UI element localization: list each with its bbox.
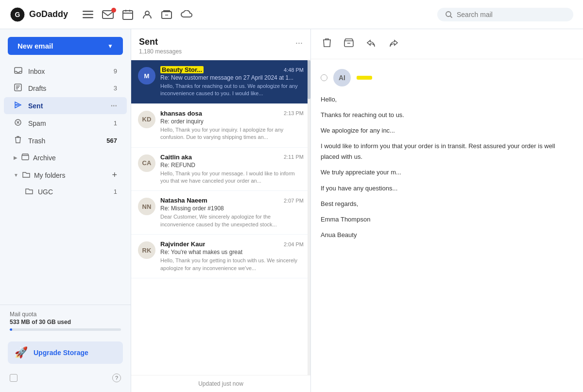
- quota-used: 533 MB of 30 GB used: [10, 319, 121, 325]
- email-detail-panel: AI Hello, Thanks for reaching out to us.…: [311, 29, 583, 392]
- svg-rect-4: [83, 17, 93, 18]
- email-sender: khansas dosa: [160, 110, 202, 117]
- email-preview: Hello, Thank you for your inquiry. I apo…: [160, 126, 304, 141]
- email-body-content: khansas dosa 2:13 PM Re: order inquiry H…: [160, 110, 304, 141]
- archive-button[interactable]: [342, 36, 356, 51]
- sent-more-icon[interactable]: ···: [111, 102, 117, 110]
- email-time: 2:07 PM: [284, 198, 304, 204]
- email-subject: Re: You're what makes us great: [160, 249, 304, 256]
- email-preview: Hello, Thanks for reaching out to us. We…: [160, 83, 304, 98]
- quota-fill: [10, 328, 12, 331]
- mail-icon[interactable]: [102, 10, 114, 19]
- sidebar: New email ▼ Inbox 9 Drafts 3: [0, 29, 131, 392]
- select-all-checkbox[interactable]: [10, 374, 17, 382]
- email-subject: Re: Missing order #1908: [160, 205, 304, 212]
- email-top-row: Caitlin aka 2:11 PM: [160, 153, 304, 161]
- inbox-count: 9: [114, 68, 117, 75]
- godaddy-logo-icon: G: [10, 7, 25, 22]
- calendar-icon[interactable]: [122, 9, 133, 20]
- archive-label: Archive: [33, 154, 117, 162]
- email-list-count: 1,180 messages: [139, 48, 182, 55]
- email-top-row: Beauty Stor... 4:48 PM: [160, 66, 304, 73]
- menu-icon[interactable]: [83, 11, 93, 18]
- my-folders-folder-icon: [22, 171, 30, 179]
- ugc-folder-icon: [25, 187, 33, 196]
- help-icon[interactable]: ?: [112, 374, 121, 382]
- avatar: RK: [138, 241, 155, 259]
- archive-folder-icon: [21, 153, 29, 162]
- sidebar-item-sent[interactable]: Sent ···: [4, 97, 127, 114]
- email-list-body: M Beauty Stor... 4:48 PM Re: New custome…: [131, 60, 310, 375]
- sent-label: Sent: [28, 102, 105, 110]
- my-folders-section[interactable]: ▼ My folders +: [4, 166, 127, 184]
- sender-name-highlight: [357, 76, 372, 80]
- quota-section: Mail quota 533 MB of 30 GB used: [0, 305, 131, 337]
- svg-rect-3: [83, 14, 93, 15]
- reply-button[interactable]: [364, 36, 378, 51]
- paragraph5: If you have any questions...: [321, 183, 573, 194]
- email-item[interactable]: RK Rajvinder Kaur 2:04 PM Re: You're wha…: [131, 235, 310, 278]
- email-item[interactable]: KD khansas dosa 2:13 PM Re: order inquir…: [131, 104, 310, 148]
- paragraph2: We apologize for any inc...: [321, 125, 573, 136]
- email-sender: Natasha Naeem: [160, 197, 207, 204]
- delete-button[interactable]: [321, 36, 333, 52]
- drafts-count: 3: [114, 85, 117, 92]
- email-time: 4:48 PM: [284, 67, 304, 73]
- contacts-icon[interactable]: [142, 9, 153, 20]
- logo-text: GoDaddy: [29, 9, 68, 19]
- email-preview: Hello, Thank you for your message. I wou…: [160, 170, 304, 185]
- svg-rect-8: [129, 10, 130, 12]
- trash-count: 567: [106, 137, 117, 144]
- mail-badge: [111, 8, 116, 13]
- new-email-button[interactable]: New email ▼: [8, 37, 123, 55]
- svg-rect-6: [123, 11, 133, 19]
- email-preview: Dear Customer, We sincerely apologize fo…: [160, 213, 304, 228]
- cloud-icon[interactable]: [181, 10, 193, 19]
- rocket-icon: 🚀: [15, 346, 28, 359]
- avatar: KD: [138, 111, 155, 128]
- email-list-title: Sent: [139, 37, 182, 47]
- email-sender: Rajvinder Kaur: [160, 240, 205, 248]
- sidebar-item-trash[interactable]: Trash 567: [4, 132, 127, 149]
- sent-icon: [14, 101, 22, 110]
- forward-button[interactable]: [387, 36, 400, 51]
- email-item[interactable]: M Beauty Stor... 4:48 PM Re: New custome…: [131, 60, 310, 104]
- trash-icon: [14, 136, 22, 145]
- my-folders-label: My folders: [34, 171, 108, 179]
- radio-button[interactable]: [321, 74, 327, 81]
- archive-section[interactable]: ▶ Archive: [4, 150, 127, 166]
- svg-text:G: G: [15, 11, 20, 18]
- email-list-panel: Sent 1,180 messages ··· M Beauty Stor...…: [131, 29, 311, 392]
- quota-label: Mail quota: [10, 311, 121, 318]
- svg-rect-16: [344, 41, 353, 47]
- spam-label: Spam: [28, 119, 108, 127]
- email-subject: Re: New customer message on 27 April 202…: [160, 74, 304, 81]
- search-bar[interactable]: [437, 8, 573, 21]
- paragraph1: Thanks for reaching out to us.: [321, 110, 573, 120]
- ugc-label: UGC: [38, 188, 53, 196]
- email-time: 2:11 PM: [284, 154, 304, 160]
- my-folders-arrow-icon: ▼: [14, 172, 18, 178]
- signature1: Best regards,: [321, 199, 573, 209]
- paragraph4: We truly appreciate your m...: [321, 167, 573, 178]
- email-sender: Caitlin aka: [160, 153, 192, 161]
- sidebar-item-drafts[interactable]: Drafts 3: [4, 80, 127, 97]
- storage-icon[interactable]: [161, 9, 172, 20]
- sidebar-item-inbox[interactable]: Inbox 9: [4, 63, 127, 79]
- avatar: CA: [138, 154, 155, 172]
- sidebar-navigation: Inbox 9 Drafts 3 Sent ···: [0, 63, 131, 305]
- email-item[interactable]: CA Caitlin aka 2:11 PM Re: REFUND Hello,…: [131, 148, 310, 191]
- sidebar-item-ugc[interactable]: UGC 1: [4, 185, 127, 199]
- sidebar-item-spam[interactable]: Spam 1: [4, 115, 127, 132]
- nav-icons-group: [83, 9, 428, 20]
- search-input[interactable]: [457, 11, 554, 18]
- top-navigation: G GoDaddy: [0, 0, 583, 29]
- email-item[interactable]: NN Natasha Naeem 2:07 PM Re: Missing ord…: [131, 191, 310, 235]
- scrollbar[interactable]: [308, 60, 310, 375]
- add-folder-button[interactable]: +: [112, 170, 117, 180]
- email-list-more-button[interactable]: ···: [295, 37, 303, 48]
- upgrade-storage-button[interactable]: 🚀 Upgrade Storage: [8, 341, 123, 364]
- drafts-label: Drafts: [28, 85, 108, 92]
- email-detail-content: Hello, Thanks for reaching out to us. We…: [321, 94, 573, 240]
- email-sender: Beauty Stor...: [160, 66, 204, 73]
